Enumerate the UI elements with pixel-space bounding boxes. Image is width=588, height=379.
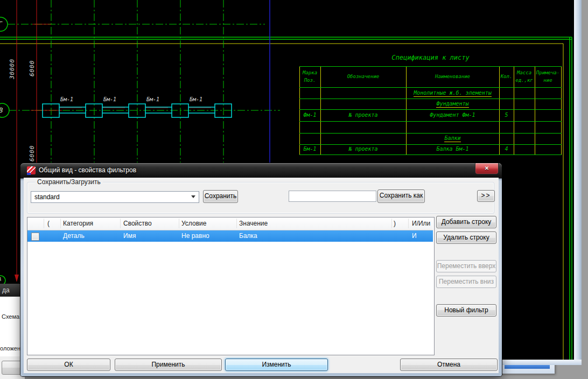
spec-header-marka: Марка bbox=[299, 70, 320, 75]
column-header-close-paren[interactable]: ) bbox=[394, 220, 396, 227]
spec-header-naimenovanie: Наименование bbox=[406, 74, 499, 79]
save-button[interactable]: Сохранить bbox=[203, 190, 238, 203]
save-load-group-label: Сохранить/Загрузить bbox=[35, 178, 103, 186]
spec-group-foundations: Фундаменты bbox=[436, 101, 468, 108]
background-window-blue-bar bbox=[505, 365, 550, 369]
cancel-button[interactable]: Отмена bbox=[400, 359, 498, 371]
ok-label: ОК bbox=[64, 361, 73, 368]
spec-row-pos: Бм-1 bbox=[299, 146, 320, 152]
column-header-open-paren[interactable]: ( bbox=[47, 220, 50, 227]
filter-row-selected[interactable]: Деталь Имя Не равно Балка И bbox=[27, 230, 433, 242]
column-header-value[interactable]: Значение bbox=[239, 220, 268, 227]
dim-6000-bottom: 6000 bbox=[29, 145, 36, 162]
edit-label: Изменить bbox=[262, 361, 291, 368]
cancel-label: Отмена bbox=[437, 361, 460, 368]
spec-header-oboznachenie: Обозначение bbox=[320, 74, 406, 79]
filter-preset-combobox[interactable]: standard bbox=[31, 191, 199, 203]
spec-row-doc: № проекта bbox=[320, 146, 406, 152]
chevron-down-icon bbox=[191, 195, 195, 198]
spec-row-doc: № проекта bbox=[320, 112, 406, 118]
expand-button[interactable]: >> bbox=[477, 190, 495, 202]
spec-header-massa: Масса bbox=[514, 70, 535, 75]
spec-header-edkg: ед.,кг bbox=[514, 78, 535, 83]
apply-button[interactable]: Применить bbox=[115, 359, 222, 371]
row-value: Балка bbox=[239, 232, 257, 240]
move-up-label: Переместить вверх bbox=[437, 262, 496, 270]
dim-30000: 30000 bbox=[9, 59, 16, 79]
ok-button[interactable]: ОК bbox=[27, 359, 110, 371]
expand-button-label: >> bbox=[481, 192, 491, 199]
delete-row-label: Удалить строку bbox=[443, 234, 489, 241]
apply-label: Применить bbox=[151, 361, 185, 368]
row-property: Имя bbox=[123, 232, 136, 240]
column-header-property[interactable]: Свойство bbox=[123, 220, 152, 227]
background-panel-title: да bbox=[2, 286, 10, 294]
column-header-condition[interactable]: Условие bbox=[181, 220, 206, 227]
spec-table: Марка Поз. Обозначение Наименование Кол.… bbox=[299, 66, 562, 155]
app-window-right-frame bbox=[574, 0, 582, 365]
grid-axes bbox=[8, 0, 280, 172]
column-header-andor[interactable]: И/Или bbox=[412, 220, 430, 227]
axis-label-g: Г bbox=[0, 20, 2, 28]
new-filter-button[interactable]: Новый фильтр bbox=[436, 304, 496, 317]
combobox-value: standard bbox=[34, 193, 60, 201]
screen: { "canvas": { "axis_labels": ["Г", "В", … bbox=[0, 0, 588, 379]
edit-button[interactable]: Изменить bbox=[225, 359, 328, 371]
axis-bubbles bbox=[0, 17, 9, 285]
close-button[interactable]: ✕ bbox=[475, 163, 499, 174]
spec-header-poz: Поз. bbox=[299, 78, 320, 83]
spec-table-title: Спецификация к листу bbox=[299, 54, 562, 61]
dimension-arrow bbox=[15, 275, 19, 282]
save-as-button-label: Сохранить как bbox=[380, 192, 423, 199]
spec-header-kol: Кол. bbox=[499, 74, 514, 79]
spec-header-nie: ние bbox=[535, 78, 561, 83]
spec-header-primecha: Примеча- bbox=[535, 70, 561, 75]
add-row-button[interactable]: Добавить строку bbox=[436, 216, 496, 228]
app-icon bbox=[27, 166, 36, 174]
column-header-category[interactable]: Категория bbox=[63, 220, 93, 227]
delete-row-button[interactable]: Удалить строку bbox=[436, 231, 496, 244]
spec-row-qty: 4 bbox=[499, 146, 514, 152]
save-as-input[interactable] bbox=[289, 191, 376, 202]
beam-label: Бм-1 bbox=[60, 96, 73, 102]
beam-label: Бм-1 bbox=[190, 96, 202, 102]
axis-label-a: А bbox=[0, 277, 1, 282]
beam-label: Бм-1 bbox=[103, 96, 116, 102]
spec-row-name: Фундамент Фм-1 bbox=[406, 112, 499, 118]
spec-group-monolith: Монолитные ж.б. элементы bbox=[414, 90, 492, 97]
spec-row-name: Балка Бм-1 bbox=[406, 146, 499, 152]
move-up-button[interactable]: Переместить вверх bbox=[436, 260, 496, 272]
dialog-title: Общий вид - свойства фильтров bbox=[39, 166, 136, 174]
axis-label-v: В bbox=[0, 107, 3, 114]
row-checkbox[interactable] bbox=[31, 233, 39, 241]
close-icon: ✕ bbox=[485, 165, 489, 171]
new-filter-label: Новый фильтр bbox=[444, 306, 488, 314]
spec-row-pos: Фм-1 bbox=[299, 112, 320, 118]
spec-group-beams: Балки bbox=[444, 135, 460, 142]
save-as-button[interactable]: Сохранить как bbox=[377, 190, 425, 203]
filter-rows-list[interactable]: ( Категория Свойство Условие Значение ) … bbox=[27, 217, 435, 355]
spec-row-qty: 5 bbox=[499, 112, 514, 118]
save-button-label: Сохранить bbox=[205, 192, 237, 200]
add-row-label: Добавить строку bbox=[442, 218, 492, 226]
row-condition: Не равно bbox=[181, 232, 209, 240]
dialog-titlebar[interactable]: Общий вид - свойства фильтров ✕ bbox=[20, 163, 502, 178]
dim-6000-top: 6000 bbox=[29, 60, 36, 77]
row-andor: И bbox=[412, 232, 417, 240]
beam-label: Бм-1 bbox=[146, 96, 159, 102]
dialog-client-area: Сохранить/Загрузить standard Сохранить С… bbox=[24, 178, 499, 373]
filter-properties-dialog: Общий вид - свойства фильтров ✕ Сохранит… bbox=[20, 163, 502, 376]
list-header: ( Категория Свойство Условие Значение ) … bbox=[27, 217, 433, 230]
row-category: Деталь bbox=[63, 232, 85, 240]
move-down-label: Переместить вниз bbox=[439, 278, 494, 285]
move-down-button[interactable]: Переместить вниз bbox=[436, 276, 496, 288]
